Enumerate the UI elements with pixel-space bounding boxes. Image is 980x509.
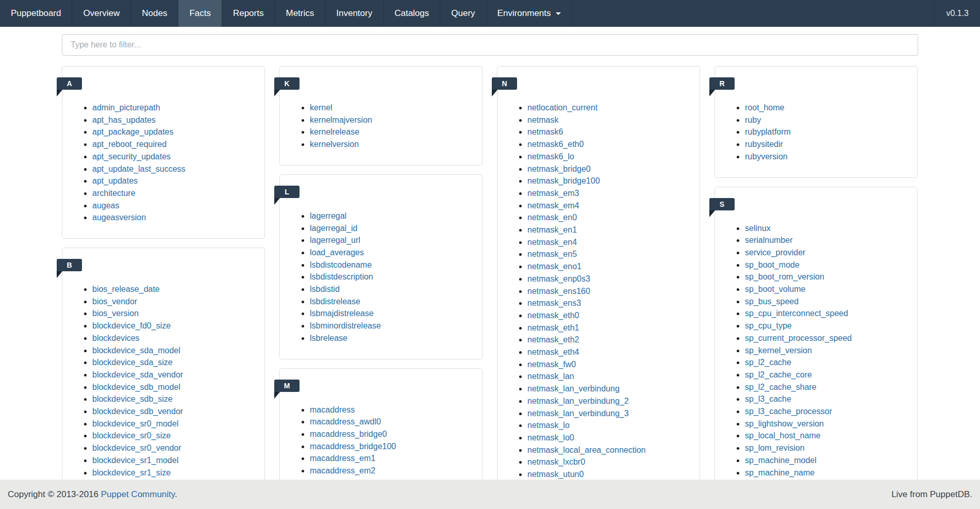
filter-input[interactable]: [62, 34, 918, 56]
fact-link[interactable]: netlocation_current: [527, 103, 597, 112]
fact-link[interactable]: apt_update_last_success: [92, 165, 186, 173]
fact-link[interactable]: blockdevice_sda_model: [92, 346, 180, 355]
fact-link[interactable]: netmask_lan_verbindung_3: [527, 409, 629, 418]
fact-link[interactable]: augeasversion: [92, 213, 146, 222]
navbar-brand[interactable]: Puppetboard: [0, 0, 72, 27]
fact-link[interactable]: netmask_eth2: [527, 335, 579, 344]
fact-link[interactable]: rubysitedir: [745, 140, 783, 149]
fact-link[interactable]: rubyversion: [745, 152, 788, 161]
fact-link[interactable]: sp_l2_cache: [745, 358, 791, 367]
fact-link[interactable]: lsbdistdescription: [310, 272, 373, 281]
nav-item-nodes[interactable]: Nodes: [131, 0, 178, 27]
fact-link[interactable]: netmask_lo: [527, 421, 570, 430]
fact-link[interactable]: lsbdistid: [310, 285, 340, 293]
fact-link[interactable]: blockdevice_sda_vendor: [92, 370, 183, 379]
fact-link[interactable]: root_home: [745, 103, 785, 112]
fact-link[interactable]: lsbmajdistrelease: [310, 309, 374, 318]
fact-link[interactable]: sp_boot_rom_version: [745, 272, 824, 281]
fact-link[interactable]: netmask_em4: [527, 201, 579, 210]
fact-link[interactable]: macaddress_bridge100: [310, 442, 396, 451]
nav-item-query[interactable]: Query: [440, 0, 486, 27]
fact-link[interactable]: selinux: [745, 224, 771, 233]
fact-link[interactable]: rubyplatform: [745, 127, 791, 136]
fact-link[interactable]: load_averages: [310, 248, 364, 257]
nav-item-catalogs[interactable]: Catalogs: [384, 0, 440, 27]
fact-link[interactable]: macaddress_awdl0: [310, 417, 381, 426]
fact-link[interactable]: blockdevice_sdb_vendor: [92, 407, 183, 416]
fact-link[interactable]: kernelmajversion: [310, 116, 372, 124]
fact-link[interactable]: netmask_em3: [527, 189, 579, 198]
fact-link[interactable]: apt_reboot_required: [92, 140, 167, 149]
fact-link[interactable]: blockdevice_sdb_size: [92, 395, 173, 403]
fact-link[interactable]: netmask_eth0: [527, 311, 579, 320]
nav-item-environments-dropdown[interactable]: Environments: [487, 0, 572, 27]
nav-item-facts[interactable]: Facts: [178, 0, 222, 27]
fact-link[interactable]: netmask_fw0: [527, 360, 576, 369]
fact-link[interactable]: apt_security_updates: [92, 152, 171, 161]
fact-link[interactable]: netmask6_lo: [527, 152, 574, 161]
nav-item-metrics[interactable]: Metrics: [275, 0, 325, 27]
fact-link[interactable]: augeas: [92, 201, 120, 210]
fact-link[interactable]: netmask_eth4: [527, 348, 579, 356]
fact-link[interactable]: lagerregal: [310, 211, 346, 220]
fact-link[interactable]: netmask_local_area_connection: [527, 446, 645, 454]
fact-link[interactable]: serialnumber: [745, 236, 792, 244]
fact-link[interactable]: sp_current_processor_speed: [745, 334, 852, 342]
fact-link[interactable]: bios_release_date: [92, 285, 160, 293]
fact-link[interactable]: kernelrelease: [310, 127, 359, 136]
fact-link[interactable]: blockdevice_sr0_model: [92, 419, 178, 428]
fact-link[interactable]: service_provider: [745, 248, 805, 257]
fact-link[interactable]: sp_l3_cache: [745, 395, 791, 403]
fact-link[interactable]: macaddress_bridge0: [310, 430, 387, 438]
fact-link[interactable]: netmask_bridge0: [527, 165, 591, 173]
fact-link[interactable]: architecture: [92, 189, 136, 198]
fact-link[interactable]: netmask_lo0: [527, 433, 574, 442]
fact-link[interactable]: sp_l2_cache_share: [745, 383, 817, 391]
nav-item-reports[interactable]: Reports: [222, 0, 275, 27]
fact-link[interactable]: sp_bus_speed: [745, 297, 799, 306]
fact-link[interactable]: blockdevice_sr1_model: [92, 456, 178, 465]
fact-link[interactable]: blockdevice_sr0_size: [92, 431, 171, 440]
fact-link[interactable]: blockdevice_sda_size: [92, 358, 173, 367]
fact-link[interactable]: netmask_en0: [527, 213, 577, 222]
fact-link[interactable]: sp_lom_revision: [745, 444, 805, 452]
fact-link[interactable]: netmask6: [527, 127, 563, 136]
nav-item-inventory[interactable]: Inventory: [325, 0, 384, 27]
fact-link[interactable]: sp_boot_volume: [745, 285, 805, 293]
fact-link[interactable]: kernelversion: [310, 140, 359, 149]
fact-link[interactable]: sp_lightshow_version: [745, 419, 824, 428]
fact-link[interactable]: sp_machine_name: [745, 468, 815, 477]
fact-link[interactable]: apt_updates: [92, 176, 138, 185]
fact-link[interactable]: netmask6_eth0: [527, 140, 584, 149]
fact-link[interactable]: sp_l3_cache_processor: [745, 407, 832, 416]
fact-link[interactable]: netmask_bridge100: [527, 176, 600, 185]
fact-link[interactable]: macaddress_em2: [310, 466, 375, 475]
fact-link[interactable]: apt_has_updates: [92, 116, 156, 124]
fact-link[interactable]: sp_cpu_interconnect_speed: [745, 309, 848, 318]
fact-link[interactable]: bios_vendor: [92, 297, 137, 306]
fact-link[interactable]: macaddress: [310, 405, 355, 414]
fact-link[interactable]: netmask_eno1: [527, 262, 582, 271]
fact-link[interactable]: netmask_enp0s3: [527, 274, 590, 283]
fact-link[interactable]: netmask: [527, 116, 558, 124]
fact-link[interactable]: sp_local_host_name: [745, 431, 821, 440]
fact-link[interactable]: blockdevice_sdb_model: [92, 383, 180, 391]
fact-link[interactable]: lsbrelease: [310, 334, 347, 342]
fact-link[interactable]: blockdevice_sr1_size: [92, 468, 171, 477]
fact-link[interactable]: netmask_en1: [527, 225, 577, 234]
nav-item-overview[interactable]: Overview: [72, 0, 131, 27]
fact-link[interactable]: netmask_lxcbr0: [527, 457, 585, 466]
fact-link[interactable]: macaddress_em1: [310, 454, 375, 463]
fact-link[interactable]: sp_boot_mode: [745, 260, 800, 269]
fact-link[interactable]: bios_version: [92, 309, 139, 318]
fact-link[interactable]: netmask_lan_verbindung: [527, 384, 620, 393]
fact-link[interactable]: blockdevice_sr0_vendor: [92, 444, 181, 452]
fact-link[interactable]: netmask_ens160: [527, 287, 590, 295]
fact-link[interactable]: netmask_utun0: [527, 470, 584, 479]
fact-link[interactable]: kernel: [310, 103, 333, 112]
fact-link[interactable]: lsbminordistrelease: [310, 321, 381, 330]
fact-link[interactable]: netmask_lan_verbindung_2: [527, 397, 629, 405]
fact-link[interactable]: ruby: [745, 116, 761, 124]
fact-link[interactable]: lsbdistrelease: [310, 297, 360, 306]
fact-link[interactable]: sp_kernel_version: [745, 346, 812, 355]
